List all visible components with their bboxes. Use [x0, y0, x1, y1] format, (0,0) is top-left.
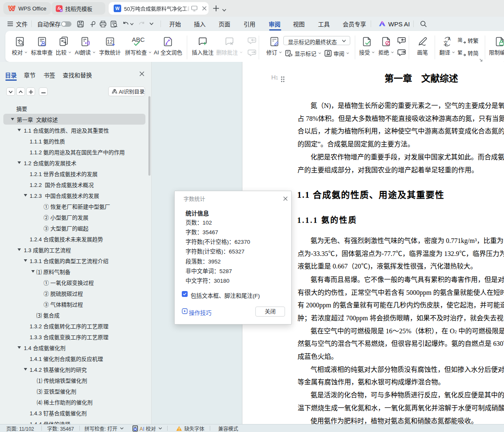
svg-text:12: 12: [107, 39, 112, 45]
svg-text:简: 简: [458, 37, 463, 43]
svg-text:ABC: ABC: [132, 36, 145, 43]
svg-text:W: W: [115, 6, 120, 11]
svg-text:繁: 繁: [458, 50, 463, 55]
svg-text:AI: AI: [60, 9, 62, 11]
